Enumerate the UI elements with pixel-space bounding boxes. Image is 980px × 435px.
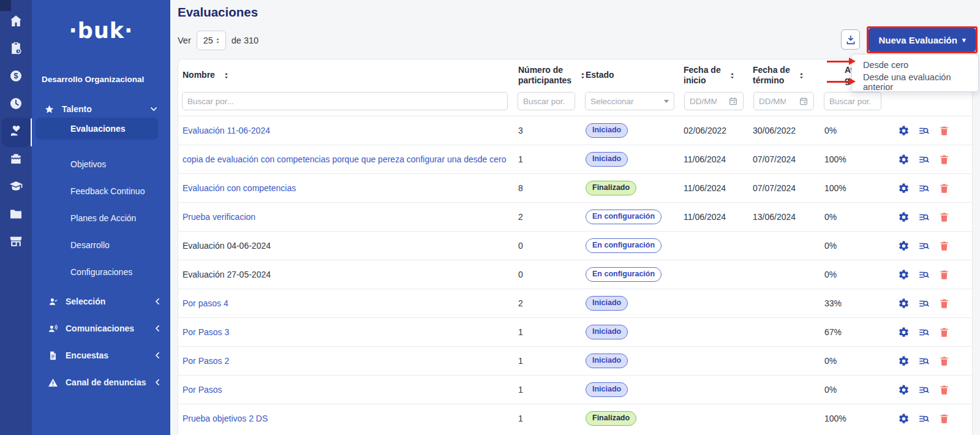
settings-button[interactable] [898,269,910,281]
column-header-nombre[interactable]: Nombre [178,70,514,81]
sidebar-section-item[interactable]: Canal de denuncias [39,371,169,393]
calendar-icon[interactable] [728,96,738,106]
evaluation-name-link[interactable]: Evaluación 27-05-2024 [183,270,271,279]
acciones-cell [888,384,972,396]
delete-button[interactable] [938,384,950,396]
delete-button[interactable] [938,355,950,367]
fecha-termino-filter-input[interactable]: DD/MM/AAAA [753,92,814,110]
evaluation-name-link[interactable]: Evaluación 04-06-2024 [183,241,271,251]
rail-nav-button[interactable] [2,234,29,251]
delete-button[interactable] [938,240,950,252]
dropdown-menu-item[interactable]: Desde una evaluación anterior [852,74,978,91]
column-header-fecha-termino[interactable]: Fecha de término [750,65,820,86]
sidebar-submenu-item[interactable]: Planes de Acción [36,207,165,229]
delete-button[interactable] [938,298,950,309]
delete-button[interactable] [938,125,950,137]
delete-button[interactable] [938,211,950,223]
rail-icon [9,234,23,251]
evaluation-name-link[interactable]: Evaluación 11-06-2024 [183,126,270,135]
rail-nav-button[interactable] [2,151,29,168]
delete-button[interactable] [938,183,950,194]
evaluation-name-link[interactable]: Por pasos 4 [183,298,228,308]
table-row: Prueba objetivos 2 DS 1 Finalizado 100% [178,404,972,433]
nombre-filter-input[interactable] [182,92,508,110]
fecha-termino-cell: 07/07/2024 [750,183,820,193]
sidebar-section-item[interactable]: Encuestas [39,344,169,366]
settings-button[interactable] [898,211,910,223]
section-icon [48,377,58,388]
sort-icon[interactable] [728,71,736,80]
sidebar-submenu-item[interactable]: Objetivos [36,153,165,175]
svg-text:$: $ [14,72,18,80]
view-results-button[interactable] [918,154,930,165]
new-evaluation-button[interactable]: Nueva Evaluación ▾ [869,28,976,51]
column-header-estado[interactable]: Estado [581,70,680,81]
rail-icon [9,206,23,224]
participantes-filter-input[interactable] [518,92,575,110]
evaluation-name-link[interactable]: Prueba verificacion [183,212,255,222]
view-results-button[interactable] [918,183,930,194]
sidebar-submenu-item[interactable]: Desarrollo [36,234,165,256]
settings-button[interactable] [898,384,910,396]
date-placeholder: DD/MM/AAAA [690,97,717,106]
settings-button[interactable] [898,154,910,165]
view-results-button[interactable] [918,298,930,309]
settings-button[interactable] [898,298,910,309]
evaluation-name-link[interactable]: Por Pasos [183,385,222,395]
settings-button[interactable] [898,327,910,338]
view-results-button[interactable] [918,384,930,396]
view-results-button[interactable] [918,327,930,338]
evaluation-name-link[interactable]: Prueba objetivos 2 DS [183,414,268,423]
view-results-button[interactable] [918,413,930,425]
sidebar-submenu-item[interactable]: Configuraciones [36,261,165,283]
rail-nav-button[interactable] [2,96,29,113]
evaluation-name-link[interactable]: Por Pasos 2 [183,356,229,366]
list-search-icon [918,240,930,252]
download-button[interactable] [841,29,860,50]
delete-button[interactable] [938,327,950,338]
settings-button[interactable] [898,240,910,252]
view-results-button[interactable] [918,125,930,137]
sidebar-item-talento[interactable]: Talento [36,98,165,120]
view-results-button[interactable] [918,211,930,223]
settings-button[interactable] [898,355,910,367]
delete-button[interactable] [938,154,950,165]
sort-icon[interactable] [797,71,805,80]
rail-nav-button[interactable] [2,13,29,31]
settings-button[interactable] [898,183,910,194]
delete-button[interactable] [938,269,950,281]
sort-icon[interactable] [222,71,230,80]
sidebar-section-item[interactable]: Selección [39,290,169,312]
evaluation-name-link[interactable]: Por Pasos 3 [183,327,229,337]
dropdown-menu-item[interactable]: Desde cero [852,56,978,74]
sidebar-submenu-item[interactable]: Feedback Continuo [36,180,165,202]
avance-filter-input[interactable] [824,92,881,110]
rail-nav-button[interactable] [2,206,29,224]
rail-nav-button[interactable] [2,179,29,196]
rail-nav-button[interactable]: $ [2,69,29,86]
rail-nav-button[interactable] [2,41,29,58]
sidebar-section-item[interactable]: Comunicaciones [39,317,169,339]
column-label: Fecha de inicio [684,65,721,86]
estado-filter-select[interactable]: Seleccionar [585,92,674,110]
settings-button[interactable] [898,413,910,425]
calendar-icon[interactable] [799,96,809,106]
evaluation-name-link[interactable]: copia de evaluación con competencias por… [183,154,506,164]
evaluation-name-link[interactable]: Evaluación con competencias [183,183,296,193]
view-results-button[interactable] [918,269,930,281]
settings-button[interactable] [898,125,910,137]
fecha-inicio-filter-input[interactable]: DD/MM/AAAA [684,92,744,110]
new-evaluation-label: Nueva Evaluación [879,35,957,45]
rail-nav-button[interactable] [2,124,29,141]
column-header-participantes[interactable]: Número de participantes [514,65,581,86]
view-results-button[interactable] [918,240,930,252]
evaluations-table: Nombre Número de participantes Estado Fe… [178,59,973,435]
page-title: Evaluaciones [178,5,258,20]
column-header-fecha-inicio[interactable]: Fecha de inicio [680,65,750,86]
view-results-button[interactable] [918,355,930,367]
list-search-icon [918,413,930,425]
table-body: Evaluación 11-06-2024 3 Iniciado 02/06/2… [178,116,972,433]
page-size-select[interactable]: 25 [197,31,226,50]
delete-button[interactable] [938,413,950,425]
sidebar-item-evaluaciones[interactable]: Evaluaciones [36,118,158,140]
